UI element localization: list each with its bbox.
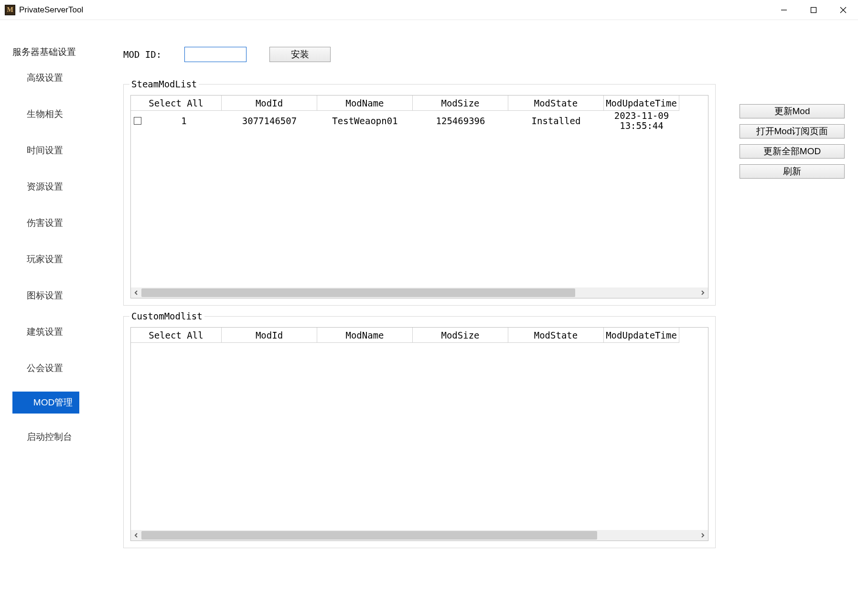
row-time-clock: 13:55:44 — [620, 121, 664, 131]
sidebar-item-guild[interactable]: 公会设置 — [0, 355, 86, 381]
update-mod-button[interactable]: 更新Mod — [740, 104, 845, 118]
col-modsize[interactable]: ModSize — [413, 328, 508, 343]
window-controls — [769, 0, 858, 20]
steam-grid-header: Select All ModId ModName ModSize ModStat… — [131, 96, 708, 111]
content-column: MOD ID: 安装 SteamModList Select All ModId… — [123, 47, 716, 616]
custom-group-title: CustomModlist — [129, 311, 204, 321]
scroll-track[interactable] — [141, 287, 697, 298]
custom-grid-body — [131, 343, 708, 530]
steam-group-title: SteamModList — [129, 79, 199, 89]
row-time-date: 2023-11-09 — [614, 111, 669, 121]
title-bar: M PrivateServerTool — [0, 0, 858, 20]
col-modsize[interactable]: ModSize — [413, 96, 508, 111]
minimize-button[interactable] — [769, 0, 799, 20]
sidebar-item-advanced[interactable]: 高级设置 — [0, 65, 86, 91]
right-button-panel: 更新Mod 打开Mod订阅页面 更新全部MOD 刷新 — [740, 47, 847, 616]
mod-id-row: MOD ID: 安装 — [123, 47, 716, 62]
row-modstate: Installed — [508, 111, 604, 131]
steam-grid-body: 1 3077146507 TestWeaopn01 125469396 Inst… — [131, 111, 708, 287]
sidebar-item-console[interactable]: 启动控制台 — [0, 424, 86, 450]
scroll-left-icon[interactable] — [131, 530, 141, 541]
col-select-all[interactable]: Select All — [131, 96, 222, 111]
table-row[interactable]: 1 3077146507 TestWeaopn01 125469396 Inst… — [131, 111, 708, 131]
update-all-mod-button[interactable]: 更新全部MOD — [740, 144, 845, 159]
sidebar-item-player[interactable]: 玩家设置 — [0, 246, 86, 272]
sidebar-item-mod[interactable]: MOD管理 — [12, 392, 79, 414]
col-modtime[interactable]: ModUpdateTime — [604, 96, 679, 111]
sidebar-item-creature[interactable]: 生物相关 — [0, 101, 86, 127]
col-modid[interactable]: ModId — [222, 96, 317, 111]
custom-grid-header: Select All ModId ModName ModSize ModStat… — [131, 328, 708, 343]
sidebar: 服务器基础设置 高级设置 生物相关 时间设置 资源设置 伤害设置 玩家设置 图标… — [0, 20, 86, 616]
steam-grid: Select All ModId ModName ModSize ModStat… — [130, 95, 708, 298]
sidebar-header: 服务器基础设置 — [0, 43, 86, 65]
refresh-button[interactable]: 刷新 — [740, 164, 845, 179]
svg-rect-1 — [811, 7, 816, 12]
sidebar-item-building[interactable]: 建筑设置 — [0, 319, 86, 345]
window-title: PrivateServerTool — [19, 5, 83, 15]
row-modname: TestWeaopn01 — [317, 111, 413, 131]
app-body: 服务器基础设置 高级设置 生物相关 时间设置 资源设置 伤害设置 玩家设置 图标… — [0, 20, 858, 616]
col-modstate[interactable]: ModState — [508, 328, 604, 343]
row-index: 1 — [146, 116, 222, 126]
close-button[interactable] — [828, 0, 858, 20]
scroll-right-icon[interactable] — [697, 530, 708, 541]
col-modstate[interactable]: ModState — [508, 96, 604, 111]
row-modid: 3077146507 — [222, 111, 317, 131]
steam-mod-group: SteamModList Select All ModId ModName Mo… — [123, 84, 716, 306]
row-modsize: 125469396 — [413, 111, 508, 131]
open-sub-page-button[interactable]: 打开Mod订阅页面 — [740, 124, 845, 138]
custom-mod-group: CustomModlist Select All ModId ModName M… — [123, 316, 716, 548]
maximize-button[interactable] — [799, 0, 828, 20]
col-modname[interactable]: ModName — [317, 96, 413, 111]
row-checkbox[interactable] — [134, 117, 141, 125]
sidebar-item-icon[interactable]: 图标设置 — [0, 283, 86, 308]
col-select-all[interactable]: Select All — [131, 328, 222, 343]
row-modtime: 2023-11-09 13:55:44 — [604, 111, 679, 131]
sidebar-item-time[interactable]: 时间设置 — [0, 138, 86, 163]
col-modid[interactable]: ModId — [222, 328, 317, 343]
col-modname[interactable]: ModName — [317, 328, 413, 343]
mod-id-label: MOD ID: — [123, 49, 161, 60]
scroll-track[interactable] — [141, 530, 697, 541]
sidebar-item-damage[interactable]: 伤害设置 — [0, 210, 86, 236]
steam-hscrollbar[interactable] — [131, 287, 708, 298]
app-icon: M — [5, 5, 15, 15]
mod-id-input[interactable] — [184, 47, 247, 62]
app-window: M PrivateServerTool 服务器基础设置 高级设置 生物相关 时间… — [0, 0, 858, 616]
scroll-thumb[interactable] — [141, 288, 575, 297]
sidebar-item-resource[interactable]: 资源设置 — [0, 174, 86, 200]
install-button[interactable]: 安装 — [269, 47, 331, 62]
custom-grid: Select All ModId ModName ModSize ModStat… — [130, 327, 708, 541]
custom-hscrollbar[interactable] — [131, 530, 708, 541]
row-select-cell: 1 — [131, 111, 222, 131]
scroll-right-icon[interactable] — [697, 287, 708, 298]
col-modtime[interactable]: ModUpdateTime — [604, 328, 679, 343]
scroll-thumb[interactable] — [141, 531, 597, 540]
main-area: MOD ID: 安装 SteamModList Select All ModId… — [86, 20, 858, 616]
scroll-left-icon[interactable] — [131, 287, 141, 298]
